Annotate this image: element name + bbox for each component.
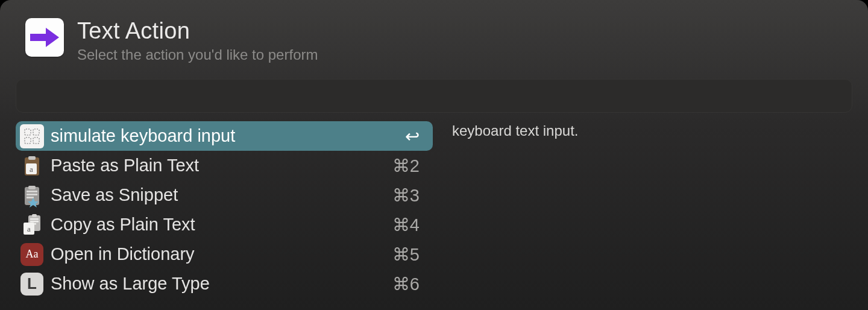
action-open-in-dictionary[interactable]: Aa Open in Dictionary ⌘5 [16,239,433,269]
svg-text:a: a [27,224,31,233]
action-label: simulate keyboard input [51,126,405,146]
svg-rect-1 [25,129,31,135]
svg-marker-0 [30,28,59,47]
text-action-window: Text Action Select the action you'd like… [0,0,868,310]
svg-rect-12 [27,194,37,195]
action-simulate-keyboard-input[interactable]: simulate keyboard input ↩ [16,121,433,151]
keypad-icon [19,124,45,149]
action-label: Open in Dictionary [51,244,392,264]
action-shortcut: ↩ [405,126,420,147]
action-shortcut: ⌘5 [392,244,420,265]
action-label: Save as Snippet [51,185,392,205]
dictionary-icon: Aa [19,242,45,267]
header: Text Action Select the action you'd like… [0,18,868,63]
svg-rect-11 [27,191,37,192]
action-save-as-snippet[interactable]: Save as Snippet ⌘3 [16,180,433,210]
window-title: Text Action [77,18,318,44]
svg-rect-2 [33,129,39,135]
action-label: Paste as Plain Text [51,156,392,176]
action-show-as-large-type[interactable]: L Show as Large Type ⌘6 [16,269,433,299]
svg-text:a: a [30,165,33,174]
header-text: Text Action Select the action you'd like… [77,18,318,63]
svg-rect-13 [27,197,34,198]
text-action-app-icon [25,18,64,57]
svg-rect-16 [32,214,37,217]
svg-rect-17 [30,218,39,220]
action-paste-as-plain-text[interactable]: a Paste as Plain Text ⌘2 [16,151,433,180]
action-label: Show as Large Type [51,274,392,294]
svg-rect-6 [28,156,36,160]
action-shortcut: ⌘4 [392,215,420,235]
paste-plain-icon: a [19,153,45,179]
action-copy-as-plain-text[interactable]: a Copy as Plain Text ⌘4 [16,210,433,239]
svg-rect-3 [25,138,31,144]
large-type-icon: L [19,271,45,297]
snippet-star-icon [19,183,45,208]
content-area: simulate keyboard input ↩ a Paste as Pla… [0,121,868,299]
copy-plain-icon: a [19,212,45,238]
action-shortcut: ⌘6 [392,274,420,294]
svg-rect-10 [28,186,36,189]
search-input[interactable] [16,79,852,113]
svg-rect-18 [30,221,39,223]
window-subtitle: Select the action you'd like to perform [77,46,318,63]
action-label: Copy as Plain Text [51,215,392,235]
action-shortcut: ⌘3 [392,185,420,206]
detail-description: keyboard text input. [452,122,578,139]
svg-rect-4 [33,138,39,144]
action-shortcut: ⌘2 [392,156,420,176]
action-list: simulate keyboard input ↩ a Paste as Pla… [16,121,433,299]
detail-panel: keyboard text input. [433,121,578,299]
